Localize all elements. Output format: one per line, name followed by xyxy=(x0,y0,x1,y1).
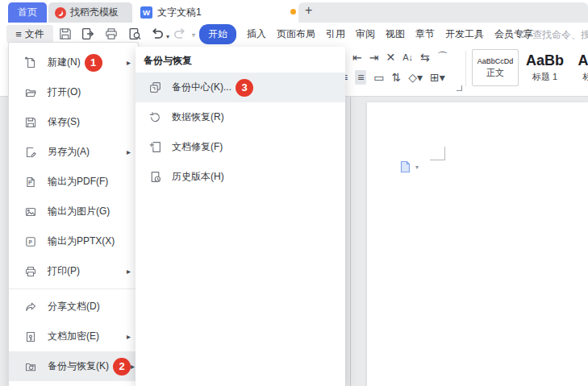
redo-icon[interactable] xyxy=(173,27,187,41)
dialog-launcher-icon[interactable] xyxy=(457,85,462,91)
line-spacing-icon[interactable]: ⇅ xyxy=(392,70,402,85)
paste-dropdown-icon[interactable]: ▾ xyxy=(415,164,419,171)
tab-home-label: 首页 xyxy=(18,6,37,19)
submenu-arrow-icon: ▸ xyxy=(127,332,131,341)
saveas-icon xyxy=(24,146,37,159)
print-icon[interactable] xyxy=(104,27,119,41)
ribbon-tab-row: 开始插入页面布局引用审阅视图章节开发工具会员专享 xyxy=(199,25,533,43)
submenu-arrow-icon: ▸ xyxy=(127,147,131,156)
backup-icon xyxy=(24,360,37,373)
file-menu-item[interactable]: 打印(P) ▸ xyxy=(9,256,138,286)
group-separator xyxy=(465,51,466,86)
more-dropdown-icon[interactable]: ▿ xyxy=(192,31,195,39)
history-icon xyxy=(148,170,162,184)
file-menu-item[interactable]: 分享文档(D) xyxy=(9,292,138,322)
file-menu-item[interactable]: 输出为PDF(F) xyxy=(9,167,138,197)
file-menu-item[interactable]: 打开(O) xyxy=(9,77,138,107)
svg-text:W: W xyxy=(143,8,150,17)
justify-icon[interactable]: ≡ xyxy=(355,70,366,85)
paste-options-icon[interactable] xyxy=(399,160,411,173)
distribute-icon[interactable]: ▭ xyxy=(373,70,384,85)
tab-docer-label: 找稻壳模板 xyxy=(70,6,119,19)
submenu-arrow-icon: ▸ xyxy=(127,267,131,276)
preview-icon[interactable] xyxy=(127,27,142,41)
search-placeholder: 查找命令、搜 xyxy=(532,28,588,42)
increase-indent-icon[interactable]: ⇥ xyxy=(369,50,379,64)
open-icon xyxy=(24,86,37,99)
file-menu-panel: 新建(N) 1 ▸ 打开(O) 保存(S) 另存为(A) ▸ 输出为PDF(F)… xyxy=(8,42,139,386)
file-menu-button[interactable]: ≡ 文件 xyxy=(6,25,53,43)
submenu-item[interactable]: 备份中心(K)... 3 xyxy=(136,73,345,102)
ribbon-tab[interactable]: 审阅 xyxy=(356,27,375,41)
bkcenter-icon xyxy=(148,81,162,94)
text-direction-icon[interactable]: ⇆ xyxy=(420,50,430,64)
char-spacing-icon[interactable]: ⌒ xyxy=(437,50,448,64)
submenu-item[interactable]: 历史版本(H) xyxy=(136,162,345,192)
ribbon-tab[interactable]: 视图 xyxy=(386,27,405,41)
share-icon xyxy=(24,301,37,313)
shading-icon[interactable]: ◇▾ xyxy=(408,70,423,85)
tab-document[interactable]: W 文字文稿1 xyxy=(134,2,298,23)
style-normal[interactable]: AaBbCcDd 正文 xyxy=(472,49,519,86)
new-tab-button[interactable]: + xyxy=(305,3,312,18)
ribbon-tab[interactable]: 开始 xyxy=(199,24,236,44)
decrease-indent-icon[interactable]: ⇤ xyxy=(352,50,362,64)
ribbon-tab[interactable]: 引用 xyxy=(326,27,345,41)
style-heading2[interactable]: Aa 标 xyxy=(571,49,588,86)
file-menu-item[interactable]: 保存(S) xyxy=(9,107,138,137)
borders-icon[interactable]: ⊞▾ xyxy=(430,70,445,85)
submenu-title: 备份与恢复 xyxy=(136,47,345,73)
search-icon xyxy=(519,30,529,40)
hamburger-icon: ≡ xyxy=(15,28,22,40)
ribbon-tab[interactable]: 插入 xyxy=(247,27,266,41)
repair-icon xyxy=(148,140,162,154)
clear-format-icon[interactable]: ✕ xyxy=(386,50,396,64)
paragraph-tools-row2: ≡ ≡ ▭ ⇅ ◇▾ ⊞▾ xyxy=(341,70,445,85)
new-icon xyxy=(24,56,37,69)
step-badge: 1 xyxy=(85,54,102,72)
lock-icon xyxy=(24,330,37,343)
step-badge: 2 xyxy=(113,358,131,376)
window-tab-bar: 首页 找稻壳模板 W 文字文稿1 + xyxy=(0,0,588,23)
wps-writer-window: 首页 找稻壳模板 W 文字文稿1 + ≡ 文件 ▾ ▿ 开始插入页面布局引用审阅… xyxy=(0,0,588,386)
pptx-icon xyxy=(24,235,37,248)
step-badge: 3 xyxy=(236,79,253,97)
style-heading1[interactable]: AaBb 标题 1 xyxy=(521,49,569,86)
img-icon xyxy=(24,205,37,218)
submenu-arrow-icon: ▸ xyxy=(131,362,135,371)
file-menu-item[interactable]: 另存为(A) ▸ xyxy=(9,137,138,167)
recovery-icon xyxy=(148,110,162,124)
ribbon-tab[interactable]: 页面布局 xyxy=(277,27,315,41)
sort-icon[interactable]: A↓ xyxy=(402,50,413,64)
print-icon xyxy=(24,265,37,278)
submenu-arrow-icon: ▸ xyxy=(127,58,131,67)
document-page[interactable]: ▾ xyxy=(367,102,588,386)
file-menu-item[interactable]: 输出为PPTX(X) xyxy=(9,226,138,256)
tab-document-label: 文字文稿1 xyxy=(157,6,202,19)
pdf-icon xyxy=(24,176,37,189)
command-search[interactable]: 查找命令、搜 xyxy=(519,28,588,42)
submenu-item[interactable]: 文档修复(F) xyxy=(136,132,345,162)
docer-logo-icon xyxy=(55,7,66,19)
undo-icon[interactable] xyxy=(150,27,165,41)
file-menu-item[interactable]: 备份与恢复(K) 2 ▸ xyxy=(9,351,138,381)
backup-restore-submenu: 备份与恢复 备份中心(K)... 3 数据恢复(R) 文档修复(F) 历史版本(… xyxy=(136,47,345,386)
ribbon-tab[interactable]: 章节 xyxy=(415,27,435,41)
file-menu-item[interactable]: 新建(N) 1 ▸ xyxy=(9,48,138,77)
export-icon[interactable] xyxy=(81,27,95,41)
tab-strip-filler: + xyxy=(298,2,588,23)
writer-w-icon: W xyxy=(140,6,152,19)
menu-divider xyxy=(9,288,138,289)
paragraph-tools-row1: ▾ ⇤ ⇥ ✕ A↓ ⇆ ⌒ xyxy=(341,50,448,64)
tab-docer-templates[interactable]: 找稻壳模板 xyxy=(48,2,132,23)
file-menu-item[interactable]: 文档加密(E) ▸ xyxy=(9,322,138,351)
save-icon[interactable] xyxy=(58,27,73,41)
submenu-item[interactable]: 数据恢复(R) xyxy=(136,102,345,132)
file-menu-item[interactable]: 输出为图片(G) xyxy=(9,197,138,226)
tab-home[interactable]: 首页 xyxy=(8,2,47,23)
view-edge-divider xyxy=(350,97,351,386)
ribbon-tab[interactable]: 开发工具 xyxy=(445,27,484,41)
save-icon xyxy=(24,116,37,129)
file-button-label: 文件 xyxy=(25,27,44,41)
undo-dropdown-icon[interactable]: ▾ xyxy=(166,33,169,40)
